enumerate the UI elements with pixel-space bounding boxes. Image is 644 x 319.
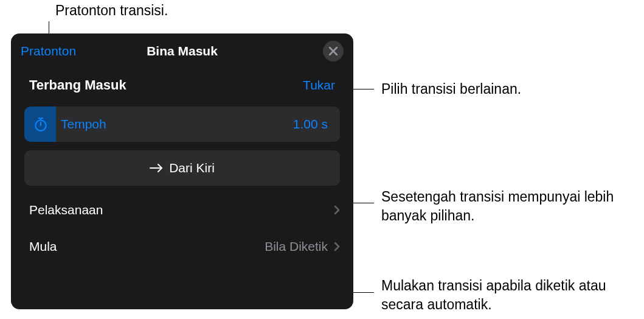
close-icon xyxy=(329,47,338,55)
callout-preview: Pratonton transisi. xyxy=(55,1,168,20)
delivery-row[interactable]: Pelaksanaan xyxy=(11,192,353,228)
preview-button[interactable]: Pratonton xyxy=(21,44,76,58)
direction-button[interactable]: Dari Kiri xyxy=(24,150,340,186)
duration-value: 1.00 s xyxy=(293,117,328,131)
direction-label: Dari Kiri xyxy=(169,161,215,175)
panel-title: Bina Masuk xyxy=(147,44,218,58)
start-label: Mula xyxy=(29,239,57,254)
callout-direction-line1: Sesetengah transisi mempunyai lebih bany… xyxy=(381,188,644,225)
callout-start: Mulakan transisi apabila diketik atau se… xyxy=(381,276,644,314)
arrow-right-icon xyxy=(150,163,163,173)
stopwatch-icon xyxy=(33,116,49,132)
effect-header: Terbang Masuk Tukar xyxy=(11,66,353,104)
callout-change: Pilih transisi berlainan. xyxy=(381,80,521,99)
panel-header: Pratonton Bina Masuk xyxy=(11,33,353,66)
callout-line xyxy=(350,292,374,293)
chevron-right-icon xyxy=(334,242,340,251)
chevron-right-icon xyxy=(334,205,340,215)
callout-line xyxy=(350,203,374,203)
start-row[interactable]: Mula Bila Diketik xyxy=(11,228,353,265)
duration-label: Tempoh xyxy=(61,117,106,131)
effect-name: Terbang Masuk xyxy=(29,77,126,93)
close-button[interactable] xyxy=(323,41,344,61)
duration-slider[interactable]: Tempoh 1.00 s xyxy=(24,107,340,142)
change-button[interactable]: Tukar xyxy=(303,78,335,93)
build-in-panel: Pratonton Bina Masuk Terbang Masuk Tukar… xyxy=(11,33,353,309)
start-value: Bila Diketik xyxy=(265,239,328,254)
delivery-label: Pelaksanaan xyxy=(29,203,103,217)
